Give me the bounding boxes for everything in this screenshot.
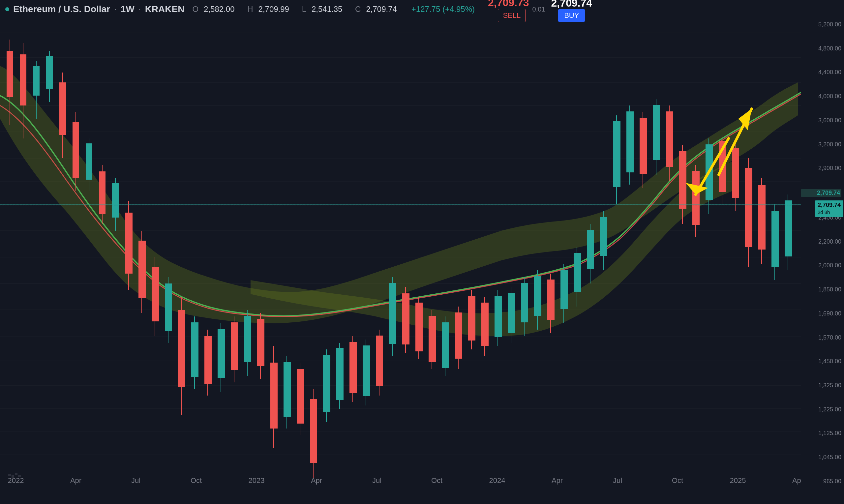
sell-price: 2,709.73	[488, 0, 529, 9]
current-price-badge: 2,709.74 2d 8h	[815, 200, 843, 217]
svg-rect-136	[758, 185, 766, 250]
svg-rect-56	[231, 322, 238, 370]
separator: ·	[114, 4, 117, 15]
svg-rect-132	[732, 148, 739, 198]
svg-rect-96	[495, 296, 502, 337]
separator2: ·	[139, 4, 141, 15]
svg-rect-108	[574, 253, 581, 292]
svg-rect-42	[139, 241, 146, 298]
y-label: 2,200.00	[801, 238, 841, 245]
svg-text:2023: 2023	[249, 476, 265, 485]
svg-rect-58	[244, 316, 251, 362]
low-value: 2,541.35	[311, 5, 342, 14]
svg-rect-78	[376, 336, 383, 386]
svg-rect-38	[112, 183, 119, 218]
svg-rect-163	[18, 475, 21, 477]
svg-rect-138	[771, 211, 779, 267]
svg-rect-52	[204, 336, 212, 384]
svg-rect-76	[363, 345, 370, 396]
current-price-tag: 2,709.74	[801, 189, 841, 197]
y-label: 4,400.00	[801, 69, 841, 76]
trade-buttons: 2,709.73 SELL 0.01 2,709.74 BUY	[485, 0, 592, 22]
svg-rect-60	[257, 319, 265, 366]
svg-text:Jul: Jul	[131, 476, 141, 485]
svg-rect-106	[560, 270, 568, 309]
svg-rect-68	[310, 399, 317, 463]
buy-block: 2,709.74 BUY	[551, 0, 592, 22]
svg-rect-118	[640, 118, 647, 174]
y-label: 1,045.00	[801, 454, 841, 461]
exchange: KRAKEN	[145, 4, 185, 15]
y-label: 965.00	[801, 478, 841, 485]
timeframe[interactable]: 1W	[121, 4, 134, 15]
svg-rect-82	[402, 293, 410, 344]
svg-rect-122	[666, 111, 673, 167]
svg-rect-100	[521, 283, 528, 322]
svg-text:Apr: Apr	[311, 476, 322, 485]
buy-price: 2,709.74	[551, 0, 592, 9]
svg-rect-126	[692, 171, 700, 225]
svg-text:Oct: Oct	[191, 476, 202, 485]
svg-rect-160	[8, 474, 11, 476]
sell-block: 2,709.73 SELL	[488, 0, 529, 22]
y-label: 3,600.00	[801, 117, 841, 124]
spread-value: 0.01	[531, 5, 547, 13]
buy-button[interactable]: BUY	[558, 9, 585, 22]
svg-rect-102	[534, 276, 541, 316]
svg-rect-72	[336, 348, 343, 400]
svg-rect-70	[323, 355, 330, 412]
svg-rect-116	[626, 111, 634, 173]
svg-rect-98	[508, 293, 515, 333]
svg-rect-22	[6, 51, 13, 97]
svg-rect-110	[587, 230, 594, 269]
svg-text:2024: 2024	[489, 476, 505, 485]
y-label: 1,125.00	[801, 430, 841, 437]
svg-rect-26	[33, 66, 39, 95]
y-label: 1,690.00	[801, 310, 841, 317]
svg-rect-62	[270, 363, 277, 429]
svg-rect-80	[389, 283, 396, 344]
price-change: +127.75 (+4.95%)	[411, 5, 475, 14]
svg-rect-48	[178, 310, 185, 387]
svg-rect-140	[785, 200, 792, 256]
svg-rect-74	[349, 342, 357, 393]
svg-rect-66	[297, 369, 304, 424]
close-value: 2,709.74	[366, 5, 397, 14]
svg-rect-28	[46, 56, 53, 89]
svg-rect-24	[20, 54, 26, 106]
svg-rect-40	[125, 213, 132, 274]
svg-rect-92	[468, 296, 475, 341]
svg-rect-88	[442, 322, 449, 368]
svg-rect-104	[547, 280, 555, 320]
svg-text:Apr: Apr	[552, 476, 563, 485]
y-label: 1,450.00	[801, 358, 841, 365]
sell-button[interactable]: SELL	[498, 9, 525, 22]
open-label: O2,582.00	[192, 5, 240, 14]
svg-rect-64	[284, 362, 291, 417]
price-chart: 2022 Apr Jul Oct 2023 Apr Jul Oct 2024 A…	[0, 0, 801, 487]
svg-text:Oct: Oct	[672, 476, 683, 485]
y-label: 2,900.00	[801, 165, 841, 172]
y-label: 1,325.00	[801, 382, 841, 389]
svg-text:Apr: Apr	[792, 476, 801, 485]
svg-text:Apr: Apr	[70, 476, 82, 485]
svg-rect-50	[191, 322, 198, 377]
svg-rect-34	[86, 143, 92, 180]
svg-rect-36	[99, 172, 106, 214]
symbol-title: Ethereum / U.S. Dollar	[13, 4, 110, 15]
high-value: 2,709.99	[258, 5, 289, 14]
close-label: C2,709.74	[355, 5, 402, 14]
y-label: 3,200.00	[801, 141, 841, 148]
svg-rect-54	[218, 329, 225, 378]
y-label: 1,225.00	[801, 406, 841, 413]
svg-rect-162	[15, 473, 17, 475]
y-label: 4,000.00	[801, 93, 841, 100]
y-label: 2,000.00	[801, 262, 841, 269]
header-bar: Ethereum / U.S. Dollar · 1W · KRAKEN O2,…	[0, 0, 844, 18]
svg-rect-94	[481, 303, 489, 346]
open-value: 2,582.00	[204, 5, 234, 14]
svg-rect-30	[59, 83, 66, 135]
svg-rect-112	[600, 217, 607, 256]
svg-text:Oct: Oct	[431, 476, 443, 485]
y-axis: 5,200.00 4,800.00 4,400.00 4,000.00 3,60…	[801, 18, 844, 487]
